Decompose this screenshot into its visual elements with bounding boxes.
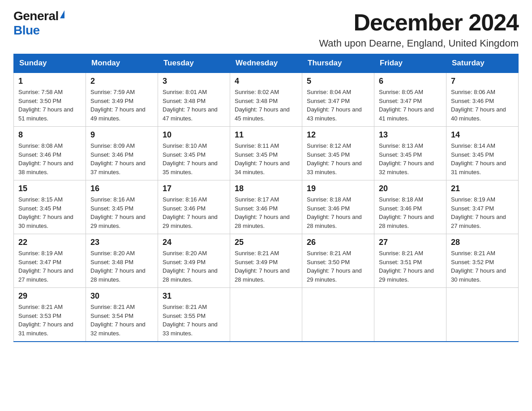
week-row-4: 22 Sunrise: 8:19 AM Sunset: 3:47 PM Dayl… (14, 234, 519, 288)
day-number: 13 (379, 130, 442, 140)
day-info: Sunrise: 8:21 AM Sunset: 3:51 PM Dayligh… (379, 249, 442, 284)
calendar-table: Sunday Monday Tuesday Wednesday Thursday… (13, 54, 519, 342)
calendar-day: 26 Sunrise: 8:21 AM Sunset: 3:50 PM Dayl… (302, 234, 374, 288)
day-info: Sunrise: 8:21 AM Sunset: 3:55 PM Dayligh… (163, 303, 225, 338)
calendar-day: 27 Sunrise: 8:21 AM Sunset: 3:51 PM Dayl… (374, 234, 446, 288)
day-number: 2 (90, 77, 153, 86)
day-number: 6 (379, 77, 442, 86)
calendar-day (230, 288, 302, 342)
calendar-day: 1 Sunrise: 7:58 AM Sunset: 3:50 PM Dayli… (14, 73, 86, 127)
calendar-day: 22 Sunrise: 8:19 AM Sunset: 3:47 PM Dayl… (14, 234, 86, 288)
col-monday: Monday (86, 54, 158, 73)
calendar-day: 23 Sunrise: 8:20 AM Sunset: 3:48 PM Dayl… (86, 234, 158, 288)
day-info: Sunrise: 8:18 AM Sunset: 3:46 PM Dayligh… (379, 195, 442, 230)
page-header: General Blue December 2024 Wath upon Dea… (13, 9, 519, 49)
day-number: 5 (307, 77, 369, 86)
calendar-day: 16 Sunrise: 8:16 AM Sunset: 3:45 PM Dayl… (86, 180, 158, 234)
col-thursday: Thursday (302, 54, 374, 73)
calendar-day (374, 288, 446, 342)
day-number: 31 (163, 291, 225, 301)
week-row-1: 1 Sunrise: 7:58 AM Sunset: 3:50 PM Dayli… (14, 73, 519, 127)
day-info: Sunrise: 8:21 AM Sunset: 3:52 PM Dayligh… (451, 249, 514, 284)
day-info: Sunrise: 8:18 AM Sunset: 3:46 PM Dayligh… (307, 195, 369, 230)
day-info: Sunrise: 8:06 AM Sunset: 3:46 PM Dayligh… (451, 88, 514, 123)
day-info: Sunrise: 8:14 AM Sunset: 3:45 PM Dayligh… (451, 141, 514, 176)
day-info: Sunrise: 8:17 AM Sunset: 3:46 PM Dayligh… (235, 195, 297, 230)
day-info: Sunrise: 8:08 AM Sunset: 3:46 PM Dayligh… (18, 141, 81, 176)
calendar-day: 8 Sunrise: 8:08 AM Sunset: 3:46 PM Dayli… (14, 127, 86, 180)
week-row-3: 15 Sunrise: 8:15 AM Sunset: 3:45 PM Dayl… (14, 180, 519, 234)
day-info: Sunrise: 8:05 AM Sunset: 3:47 PM Dayligh… (379, 88, 442, 123)
day-info: Sunrise: 8:01 AM Sunset: 3:48 PM Dayligh… (163, 88, 225, 123)
day-number: 8 (18, 130, 81, 140)
col-saturday: Saturday (446, 54, 519, 73)
day-info: Sunrise: 7:58 AM Sunset: 3:50 PM Dayligh… (18, 88, 81, 123)
day-info: Sunrise: 8:09 AM Sunset: 3:46 PM Dayligh… (90, 141, 153, 176)
day-number: 12 (307, 130, 369, 140)
day-info: Sunrise: 8:20 AM Sunset: 3:48 PM Dayligh… (90, 249, 153, 284)
calendar-day: 13 Sunrise: 8:13 AM Sunset: 3:45 PM Dayl… (374, 127, 446, 180)
calendar-day: 28 Sunrise: 8:21 AM Sunset: 3:52 PM Dayl… (446, 234, 519, 288)
calendar-day: 14 Sunrise: 8:14 AM Sunset: 3:45 PM Dayl… (446, 127, 519, 180)
calendar-day: 24 Sunrise: 8:20 AM Sunset: 3:49 PM Dayl… (158, 234, 230, 288)
calendar-day: 6 Sunrise: 8:05 AM Sunset: 3:47 PM Dayli… (374, 73, 446, 127)
day-number: 27 (379, 238, 442, 247)
calendar-day: 31 Sunrise: 8:21 AM Sunset: 3:55 PM Dayl… (158, 288, 230, 342)
day-number: 16 (90, 184, 153, 193)
calendar-day: 2 Sunrise: 7:59 AM Sunset: 3:49 PM Dayli… (86, 73, 158, 127)
day-info: Sunrise: 8:21 AM Sunset: 3:50 PM Dayligh… (307, 249, 369, 284)
day-info: Sunrise: 8:21 AM Sunset: 3:49 PM Dayligh… (235, 249, 297, 284)
day-number: 28 (451, 238, 514, 247)
day-number: 30 (90, 291, 153, 301)
calendar-day: 9 Sunrise: 8:09 AM Sunset: 3:46 PM Dayli… (86, 127, 158, 180)
day-info: Sunrise: 7:59 AM Sunset: 3:49 PM Dayligh… (90, 88, 153, 123)
day-info: Sunrise: 8:12 AM Sunset: 3:45 PM Dayligh… (307, 141, 369, 176)
col-sunday: Sunday (14, 54, 86, 73)
day-info: Sunrise: 8:13 AM Sunset: 3:45 PM Dayligh… (379, 141, 442, 176)
day-number: 22 (18, 238, 81, 247)
calendar-day: 10 Sunrise: 8:10 AM Sunset: 3:45 PM Dayl… (158, 127, 230, 180)
day-number: 15 (18, 184, 81, 193)
calendar-day: 21 Sunrise: 8:19 AM Sunset: 3:47 PM Dayl… (446, 180, 519, 234)
day-info: Sunrise: 8:15 AM Sunset: 3:45 PM Dayligh… (18, 195, 81, 230)
calendar-header: Sunday Monday Tuesday Wednesday Thursday… (14, 54, 519, 73)
week-row-2: 8 Sunrise: 8:08 AM Sunset: 3:46 PM Dayli… (14, 127, 519, 180)
day-number: 14 (451, 130, 514, 140)
col-friday: Friday (374, 54, 446, 73)
day-number: 19 (307, 184, 369, 193)
calendar-day: 20 Sunrise: 8:18 AM Sunset: 3:46 PM Dayl… (374, 180, 446, 234)
day-info: Sunrise: 8:21 AM Sunset: 3:54 PM Dayligh… (90, 303, 153, 338)
calendar-day: 29 Sunrise: 8:21 AM Sunset: 3:53 PM Dayl… (14, 288, 86, 342)
col-wednesday: Wednesday (230, 54, 302, 73)
day-number: 23 (90, 238, 153, 247)
logo-general-text: General (13, 9, 59, 23)
calendar-day: 4 Sunrise: 8:02 AM Sunset: 3:48 PM Dayli… (230, 73, 302, 127)
calendar-day: 30 Sunrise: 8:21 AM Sunset: 3:54 PM Dayl… (86, 288, 158, 342)
day-number: 17 (163, 184, 225, 193)
calendar-body: 1 Sunrise: 7:58 AM Sunset: 3:50 PM Dayli… (14, 73, 519, 342)
calendar-day (302, 288, 374, 342)
day-info: Sunrise: 8:11 AM Sunset: 3:45 PM Dayligh… (235, 141, 297, 176)
logo-triangle-icon (60, 10, 64, 18)
page-title: December 2024 (319, 9, 519, 36)
calendar-day: 12 Sunrise: 8:12 AM Sunset: 3:45 PM Dayl… (302, 127, 374, 180)
logo-blue-text: Blue (13, 23, 40, 38)
day-info: Sunrise: 8:10 AM Sunset: 3:45 PM Dayligh… (163, 141, 225, 176)
day-number: 11 (235, 130, 297, 140)
week-row-5: 29 Sunrise: 8:21 AM Sunset: 3:53 PM Dayl… (14, 288, 519, 342)
day-number: 20 (379, 184, 442, 193)
calendar-day: 19 Sunrise: 8:18 AM Sunset: 3:46 PM Dayl… (302, 180, 374, 234)
day-number: 24 (163, 238, 225, 247)
calendar-day: 25 Sunrise: 8:21 AM Sunset: 3:49 PM Dayl… (230, 234, 302, 288)
calendar-day: 7 Sunrise: 8:06 AM Sunset: 3:46 PM Dayli… (446, 73, 519, 127)
col-tuesday: Tuesday (158, 54, 230, 73)
calendar-day: 18 Sunrise: 8:17 AM Sunset: 3:46 PM Dayl… (230, 180, 302, 234)
calendar-day: 17 Sunrise: 8:16 AM Sunset: 3:46 PM Dayl… (158, 180, 230, 234)
day-number: 10 (163, 130, 225, 140)
calendar-day: 3 Sunrise: 8:01 AM Sunset: 3:48 PM Dayli… (158, 73, 230, 127)
day-number: 7 (451, 77, 514, 86)
page-subtitle: Wath upon Dearne, England, United Kingdo… (319, 38, 519, 49)
day-info: Sunrise: 8:04 AM Sunset: 3:47 PM Dayligh… (307, 88, 369, 123)
day-number: 9 (90, 130, 153, 140)
day-number: 4 (235, 77, 297, 86)
